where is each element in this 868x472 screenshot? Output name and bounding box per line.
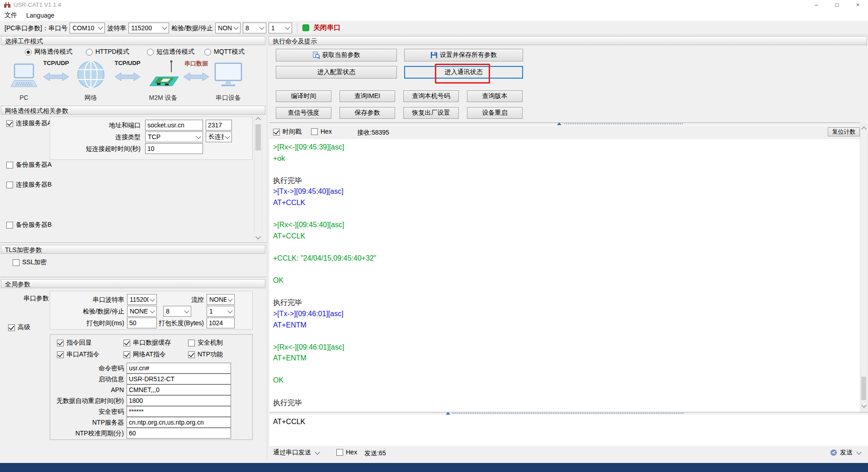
flag-serial-at[interactable]: 串口AT指令 xyxy=(57,350,99,359)
serial-databits-select[interactable]: 8 xyxy=(163,306,191,317)
link-label-1: TCP/UDP xyxy=(42,60,71,66)
checkbox-icon xyxy=(8,324,15,331)
security-password-input[interactable] xyxy=(127,406,231,417)
radio-net-passthrough[interactable]: 网络透传模式 xyxy=(25,48,72,56)
apn-input[interactable] xyxy=(127,384,231,395)
keepalive-select[interactable]: 长连接 xyxy=(206,131,232,142)
serial-baud-select[interactable]: 115200 xyxy=(127,294,157,305)
query-version-button[interactable]: 查询版本 xyxy=(467,90,523,102)
server-a-address-input[interactable] xyxy=(145,120,203,131)
workmode-group-header: 选择工作模式 xyxy=(1,36,265,45)
send-input-text[interactable]: AT+CCLK xyxy=(273,418,305,426)
flow-select[interactable]: NONE xyxy=(207,294,235,305)
scrollbar-thumb[interactable] xyxy=(861,377,866,400)
send-icon[interactable] xyxy=(830,449,837,456)
send-controls: 通过串口发送 Hex 发送:65 发送 xyxy=(269,447,868,460)
splitter-arrow-icon[interactable] xyxy=(446,412,450,415)
serial-baud-label: 串口波特率 xyxy=(50,294,124,305)
flag-net-at[interactable]: 网络AT指令 xyxy=(123,350,166,359)
pc-serial-label: [PC串口参数]：串口号 xyxy=(5,23,67,33)
highlight-annotation xyxy=(435,64,490,84)
device-reboot-button[interactable]: 设备重启 xyxy=(467,107,523,119)
send-input-area[interactable]: AT+CCLK xyxy=(269,415,868,446)
chevron-down-icon xyxy=(196,134,201,139)
ntp-server-input[interactable] xyxy=(127,417,231,428)
timestamp-checkbox[interactable]: 时间戳 xyxy=(273,128,302,136)
minimize-button[interactable]: – xyxy=(806,0,826,10)
splitter-dots[interactable] xyxy=(564,123,683,124)
splitter-dots[interactable] xyxy=(452,413,684,414)
scroll-down-icon[interactable] xyxy=(860,402,867,409)
conn-type-select[interactable]: TCP xyxy=(145,131,203,142)
footer-bar xyxy=(0,463,868,472)
hex-display-checkbox[interactable]: Hex xyxy=(311,128,332,135)
stopbits-select[interactable]: 1 xyxy=(269,23,292,33)
packlen-input[interactable] xyxy=(207,318,235,328)
ssl-checkbox[interactable]: SSL加密 xyxy=(13,258,47,266)
log-line xyxy=(273,242,860,253)
log-line: AT+CCLK xyxy=(273,197,860,209)
idle-reboot-input[interactable] xyxy=(127,395,231,406)
splitter-arrow-icon[interactable] xyxy=(557,122,561,125)
send-button[interactable]: 发送 xyxy=(840,449,862,457)
query-imei-button[interactable]: 查询IMEI xyxy=(340,90,395,102)
scrollbar-thumb[interactable] xyxy=(255,124,261,150)
serial-stopbits-select[interactable]: 1 xyxy=(207,306,235,317)
parity-select[interactable]: NONI xyxy=(215,23,241,33)
log-line: >[Rx<-][09:45:40][asc] xyxy=(273,220,860,231)
flag-security[interactable]: 安全机制 xyxy=(188,339,223,347)
maximize-button[interactable]: □ xyxy=(827,0,847,10)
node-label-pc: PC xyxy=(10,94,38,101)
set-save-params-button[interactable]: 设置并保存所有参数 xyxy=(404,49,523,61)
boot-message-input[interactable] xyxy=(127,374,231,384)
reset-counter-button[interactable]: 复位计数 xyxy=(828,127,860,136)
flag-echo[interactable]: 指令回显 xyxy=(57,339,92,347)
link-label-3: 串口数据 xyxy=(182,60,211,68)
log-scrollbar[interactable] xyxy=(860,125,868,409)
addr-port-label: 地址和端口 xyxy=(50,120,141,131)
chevron-down-icon xyxy=(162,24,167,29)
scroll-up-icon[interactable] xyxy=(860,126,867,133)
advanced-checkbox[interactable]: 高级 xyxy=(8,323,30,332)
close-port-button[interactable]: 关闭串口 xyxy=(313,23,340,32)
baud-select[interactable]: 115200 xyxy=(128,23,169,33)
scroll-up-icon[interactable] xyxy=(255,116,262,123)
close-button[interactable]: × xyxy=(848,0,868,10)
flag-serial-cache[interactable]: 串口数据缓存 xyxy=(123,339,171,347)
radio-httpd[interactable]: HTTPD模式 xyxy=(86,48,129,56)
server-a-checkbox[interactable]: 连接服务器A xyxy=(6,119,52,127)
log-line: AT+ENTM xyxy=(273,320,860,331)
save-params-button[interactable]: 保存参数 xyxy=(340,107,395,119)
databits-select[interactable]: 8 xyxy=(243,23,266,33)
cmd-password-input[interactable] xyxy=(127,363,231,374)
radio-sms-passthrough[interactable]: 短信透传模式 xyxy=(147,48,194,56)
hex-send-checkbox[interactable]: Hex xyxy=(336,449,357,456)
factory-reset-button[interactable]: 恢复出厂设置 xyxy=(403,107,459,119)
com-port-select[interactable]: COM10 xyxy=(70,23,105,33)
backup-b-checkbox[interactable]: 备份服务器B xyxy=(6,221,52,229)
serial-parity-select[interactable]: NONE xyxy=(127,306,157,317)
idle-reboot-label: 无数据自动重启时间(秒) xyxy=(50,395,124,406)
via-serial-dropdown[interactable]: 通过串口发送 xyxy=(273,449,320,457)
checkbox-icon xyxy=(336,449,343,456)
server-b-checkbox[interactable]: 连接服务器B xyxy=(6,181,52,189)
server-a-port-input[interactable] xyxy=(206,120,232,131)
scroll-down-icon[interactable] xyxy=(255,234,262,241)
left-panel-scrollbar[interactable] xyxy=(254,116,262,240)
node-label-m2m: M2M 设备 xyxy=(147,94,179,102)
get-params-button[interactable]: 获取当前参数 xyxy=(276,49,397,61)
ntp-period-input[interactable] xyxy=(127,428,231,439)
menu-language[interactable]: Language xyxy=(22,12,59,19)
short-conn-timeout-input[interactable] xyxy=(145,143,203,154)
log-line: OK xyxy=(273,275,860,286)
compile-time-button[interactable]: 编译时间 xyxy=(276,90,331,102)
radio-mqtt[interactable]: MQTT模式 xyxy=(204,48,245,56)
flag-ntp[interactable]: NTP功能 xyxy=(188,350,223,359)
query-signal-button[interactable]: 查信号强度 xyxy=(276,107,331,119)
menu-file[interactable]: 文件 xyxy=(0,11,22,19)
server-a-panel: 地址和端口 连接类型 TCP 长连接 短连接超时时间(秒) xyxy=(50,117,253,160)
enter-config-button[interactable]: 进入配置状态 xyxy=(276,66,397,79)
query-phone-number-button[interactable]: 查询本机号码 xyxy=(403,90,459,102)
log-body[interactable]: >[Rx<-][09:45:39][asc]+ok 执行完毕>[Tx->][09… xyxy=(269,139,860,412)
backup-a-checkbox[interactable]: 备份服务器A xyxy=(6,161,52,169)
